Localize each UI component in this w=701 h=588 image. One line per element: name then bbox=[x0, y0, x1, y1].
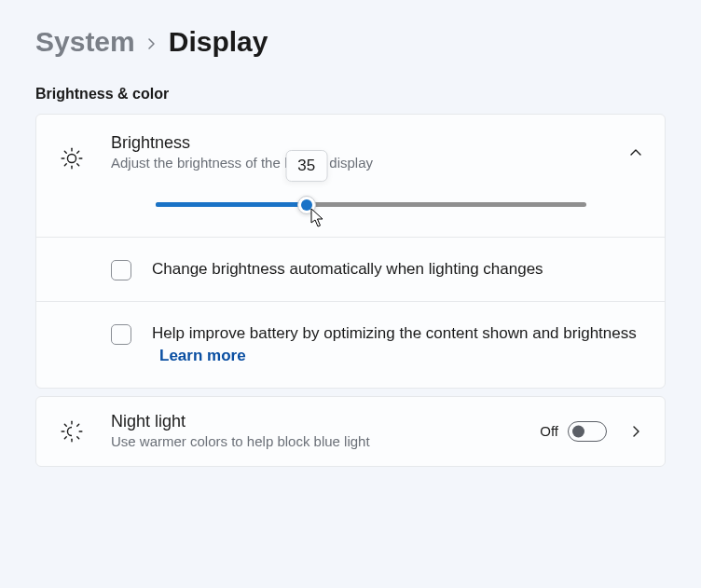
brightness-group: Brightness Adjust the brightness of the … bbox=[35, 114, 666, 389]
chevron-right-icon bbox=[146, 29, 158, 55]
brightness-slider[interactable]: 35 bbox=[156, 202, 586, 207]
slider-fill bbox=[156, 202, 307, 207]
brightness-value-tooltip: 35 bbox=[285, 150, 327, 182]
learn-more-link[interactable]: Learn more bbox=[159, 347, 246, 364]
brightness-title: Brightness bbox=[111, 133, 609, 153]
breadcrumb: System Display bbox=[35, 26, 666, 58]
night-light-icon bbox=[53, 419, 90, 444]
svg-line-14 bbox=[77, 437, 79, 439]
slider-thumb[interactable] bbox=[297, 196, 316, 214]
svg-line-5 bbox=[64, 151, 66, 153]
optimize-content-checkbox[interactable] bbox=[111, 324, 131, 345]
breadcrumb-parent-system[interactable]: System bbox=[35, 26, 135, 58]
optimize-content-text: Help improve battery by optimizing the c… bbox=[152, 324, 637, 342]
section-heading-brightness-color: Brightness & color bbox=[35, 86, 666, 103]
auto-brightness-row: Change brightness automatically when lig… bbox=[36, 237, 665, 301]
svg-line-7 bbox=[64, 164, 66, 166]
optimize-content-label: Help improve battery by optimizing the c… bbox=[152, 322, 642, 367]
svg-line-13 bbox=[64, 424, 66, 426]
brightness-subtitle: Adjust the brightness of the built-in di… bbox=[111, 154, 609, 172]
optimize-content-row: Help improve battery by optimizing the c… bbox=[36, 301, 665, 388]
svg-line-15 bbox=[64, 437, 66, 439]
auto-brightness-checkbox[interactable] bbox=[111, 260, 131, 280]
auto-brightness-label: Change brightness automatically when lig… bbox=[152, 258, 543, 280]
svg-line-16 bbox=[77, 424, 79, 426]
night-light-toggle[interactable] bbox=[568, 421, 607, 442]
slider-track bbox=[156, 202, 586, 207]
svg-line-6 bbox=[77, 164, 79, 166]
night-light-card[interactable]: Night light Use warmer colors to help bl… bbox=[36, 397, 665, 466]
night-light-subtitle: Use warmer colors to help block blue lig… bbox=[111, 432, 519, 451]
night-light-group: Night light Use warmer colors to help bl… bbox=[35, 396, 666, 467]
breadcrumb-current-display: Display bbox=[169, 26, 268, 58]
brightness-icon bbox=[53, 133, 90, 171]
night-light-title: Night light bbox=[111, 412, 519, 431]
collapse-icon[interactable] bbox=[629, 146, 642, 159]
brightness-card: Brightness Adjust the brightness of the … bbox=[36, 115, 665, 237]
night-light-state-label: Off bbox=[540, 423, 558, 439]
svg-line-8 bbox=[77, 151, 79, 153]
toggle-knob bbox=[572, 425, 584, 437]
chevron-right-icon[interactable] bbox=[629, 425, 642, 438]
svg-point-0 bbox=[67, 154, 76, 162]
